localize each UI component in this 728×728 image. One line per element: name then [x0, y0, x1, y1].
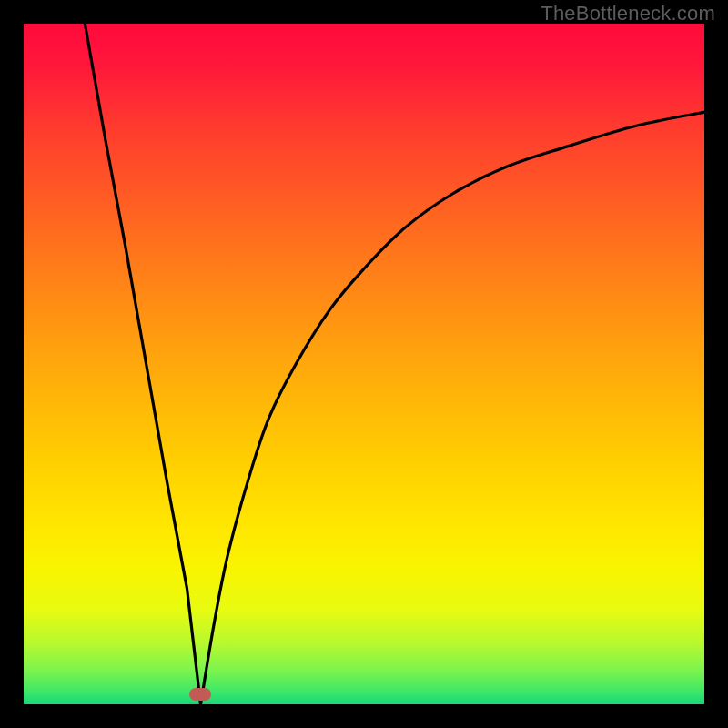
- bottleneck-marker: [189, 688, 211, 701]
- chart-frame: TheBottleneck.com: [0, 0, 728, 728]
- watermark-text: TheBottleneck.com: [541, 2, 715, 25]
- plot-area: [24, 24, 704, 704]
- bottleneck-curve: [24, 24, 704, 704]
